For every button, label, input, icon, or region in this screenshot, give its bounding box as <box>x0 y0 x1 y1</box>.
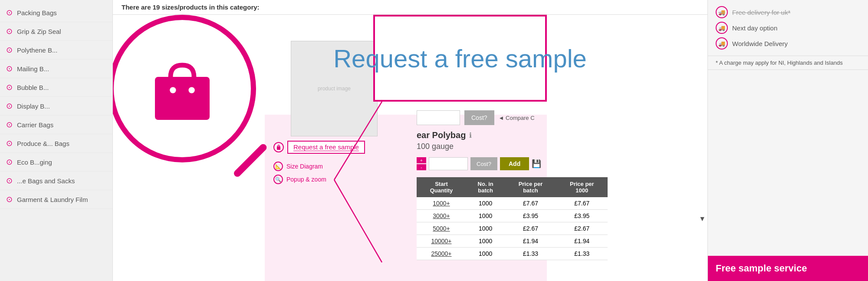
right-sidebar: 🚚 Free delivery for uk* 🚚 Next day optio… <box>707 0 868 281</box>
sidebar: ⊙ Packing Bags ⊙ Grip & Zip Seal ⊙ Polyt… <box>0 0 113 281</box>
info-icon[interactable]: ℹ <box>469 131 472 139</box>
qty-increment-button[interactable]: + <box>417 157 426 163</box>
product-title-row: ear Polybag ℹ <box>417 130 699 140</box>
cell-batch: 1000 <box>466 197 505 210</box>
qty-decrement-button[interactable]: - <box>417 164 426 170</box>
cell-price-batch: £3.95 <box>505 210 556 222</box>
col-header-quantity: StartQuantity <box>417 177 466 197</box>
col-header-price-batch: Price perbatch <box>505 177 556 197</box>
cell-quantity: 5000+ <box>417 222 466 235</box>
magnifier-circle <box>113 15 256 162</box>
price-table-body: 1000+ 1000 £7.67 £7.67 3000+ 1000 £3.95 … <box>417 197 608 260</box>
cell-price-1000: £7.67 <box>556 197 608 210</box>
quantity-input[interactable] <box>429 157 468 170</box>
delivery-options: 🚚 Free delivery for uk* 🚚 Next day optio… <box>708 0 868 56</box>
col-header-batch: No. inbatch <box>466 177 505 197</box>
cell-quantity: 10000+ <box>417 235 466 248</box>
table-row[interactable]: 1000+ 1000 £7.67 £7.67 <box>417 197 608 210</box>
sidebar-item-polythene[interactable]: ⊙ Polythene B... <box>0 41 112 60</box>
delivery-truck-icon-2: 🚚 <box>716 22 728 34</box>
sidebar-item-display[interactable]: ⊙ Display B... <box>0 97 112 116</box>
arrow-icon: ⊙ <box>6 83 13 92</box>
arrow-icon: ⊙ <box>6 176 13 185</box>
size-diagram-link[interactable]: 📐 Size Diagram <box>273 162 408 171</box>
qty-row: Cost? ◄ Compare C <box>417 110 699 125</box>
arrow-icon: ⊙ <box>6 8 13 17</box>
svg-point-2 <box>188 87 194 93</box>
popup-zoom-icon: 🔍 <box>273 175 283 184</box>
compare-text: ◄ Compare C <box>499 115 535 121</box>
delivery-globe-icon: 🚚 <box>716 37 728 50</box>
popup-zoom-link[interactable]: 🔍 Popup & zoom <box>273 175 408 184</box>
cell-quantity: 3000+ <box>417 210 466 222</box>
sidebar-item-garment-laundry[interactable]: ⊙ Garment & Laundry Film <box>0 190 112 209</box>
cell-batch: 1000 <box>466 235 505 248</box>
cell-batch: 1000 <box>466 248 505 260</box>
sidebar-item-eco[interactable]: ⊙ Eco B...ging <box>0 153 112 172</box>
product-links: Request a free sample 📐 Size Diagram 🔍 P… <box>260 141 408 184</box>
table-row[interactable]: 5000+ 1000 £2.67 £2.67 <box>417 222 608 235</box>
sidebar-item-mailing[interactable]: ⊙ Mailing B... <box>0 60 112 78</box>
sidebar-item-grip-zip-seal[interactable]: ⊙ Grip & Zip Seal <box>0 22 112 41</box>
shopping-bag-icon <box>143 50 221 128</box>
arrow-icon: ⊙ <box>6 139 13 148</box>
add-button[interactable]: Add <box>500 157 529 170</box>
cell-quantity: 1000+ <box>417 197 466 210</box>
arrow-icon: ⊙ <box>6 26 13 36</box>
product-subtitle: 100 gauge <box>417 142 699 151</box>
arrow-icon: ⊙ <box>6 64 13 73</box>
cell-price-1000: £2.67 <box>556 222 608 235</box>
cell-price-batch: £2.67 <box>505 222 556 235</box>
arrow-icon: ⊙ <box>6 157 13 167</box>
charge-note: * A charge may apply for NI, Highlands a… <box>708 56 868 70</box>
arrow-icon: ⊙ <box>6 120 13 129</box>
quantity-input-top[interactable] <box>417 110 460 125</box>
arrow-icon: ⊙ <box>6 195 13 204</box>
free-sample-banner: Free sample service <box>708 256 868 281</box>
cost-button-top[interactable]: Cost? <box>464 110 494 125</box>
sidebar-item-bags-sacks[interactable]: ⊙ ...e Bags and Sacks <box>0 172 112 190</box>
price-table-header-row: StartQuantity No. inbatch Price perbatch… <box>417 177 608 197</box>
product-area: Request a free sample product image <box>113 15 707 281</box>
price-table: StartQuantity No. inbatch Price perbatch… <box>417 177 608 260</box>
sidebar-item-packing-bags[interactable]: ⊙ Packing Bags <box>0 3 112 22</box>
add-to-cart-row: + - Cost? Add 💾 <box>417 157 699 170</box>
category-header: There are 19 sizes/products in this cate… <box>113 0 707 15</box>
arrow-icon: ⊙ <box>6 45 13 55</box>
cell-quantity: 25000+ <box>417 248 466 260</box>
cell-price-batch: £1.94 <box>505 235 556 248</box>
cell-price-1000: £1.94 <box>556 235 608 248</box>
sidebar-item-bubble[interactable]: ⊙ Bubble B... <box>0 78 112 97</box>
free-sample-link[interactable]: Request a free sample <box>293 143 359 151</box>
cost-button[interactable]: Cost? <box>470 157 497 170</box>
price-table-container: StartQuantity No. inbatch Price perbatch… <box>417 177 699 260</box>
sidebar-item-carrier-bags[interactable]: ⊙ Carrier Bags <box>0 116 112 134</box>
delivery-item-worldwide: 🚚 Worldwide Delivery <box>716 37 860 50</box>
table-row[interactable]: 10000+ 1000 £1.94 £1.94 <box>417 235 608 248</box>
free-sample-link-row: Request a free sample <box>273 141 408 154</box>
quantity-stepper[interactable]: + - <box>417 157 426 170</box>
cell-batch: 1000 <box>466 222 505 235</box>
table-row[interactable]: 3000+ 1000 £3.95 £3.95 <box>417 210 608 222</box>
delivery-truck-icon-1: 🚚 <box>716 6 728 18</box>
free-sample-icon <box>273 142 284 152</box>
main-content: There are 19 sizes/products in this cate… <box>113 0 707 281</box>
product-title: ear Polybag <box>417 130 466 140</box>
delivery-item-free-uk: 🚚 Free delivery for uk* <box>716 6 860 18</box>
arrow-icon: ⊙ <box>6 101 13 111</box>
magnifier-overlay <box>113 6 282 188</box>
cell-price-batch: £1.33 <box>505 248 556 260</box>
scroll-indicator: ▼ <box>699 215 706 223</box>
svg-rect-5 <box>277 146 280 150</box>
page-wrapper: ⊙ Packing Bags ⊙ Grip & Zip Seal ⊙ Polyt… <box>0 0 868 281</box>
free-sample-inline-box: Request a free sample <box>287 141 365 154</box>
col-header-price-1000: Price per1000 <box>556 177 608 197</box>
cell-price-1000: £3.95 <box>556 210 608 222</box>
cell-price-1000: £1.33 <box>556 248 608 260</box>
size-diagram-icon: 📐 <box>273 162 283 171</box>
cell-batch: 1000 <box>466 210 505 222</box>
svg-point-1 <box>170 87 176 93</box>
save-icon[interactable]: 💾 <box>532 159 541 169</box>
table-row[interactable]: 25000+ 1000 £1.33 £1.33 <box>417 248 608 260</box>
sidebar-item-produce-bags[interactable]: ⊙ Produce &... Bags <box>0 134 112 153</box>
